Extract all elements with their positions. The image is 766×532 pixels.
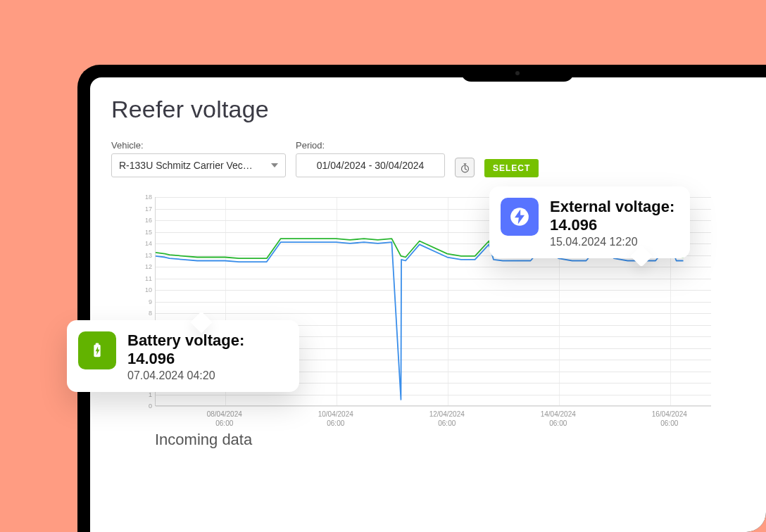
x-tick-label: 08/04/202406:00 (207, 410, 242, 428)
tooltip-title: Battery voltage: (127, 331, 244, 349)
period-value: 01/04/2024 - 30/04/2024 (317, 160, 425, 171)
x-axis-ticks: 08/04/202406:0010/04/202406:0012/04/2024… (155, 410, 711, 431)
select-button[interactable]: SELECT (484, 159, 539, 177)
stopwatch-icon (459, 162, 471, 174)
chevron-down-icon (271, 163, 278, 167)
period-field: Period: 01/04/2024 - 30/04/2024 (296, 140, 445, 177)
time-preset-button[interactable] (455, 158, 475, 177)
svg-rect-3 (96, 343, 99, 346)
tooltip-battery-voltage: Battery voltage: 14.096 07.04.2024 04:20 (67, 320, 299, 392)
tooltip-external-voltage: External voltage: 14.096 15.04.2024 12:2… (489, 186, 690, 258)
select-button-label: SELECT (493, 163, 530, 173)
vehicle-label: Vehicle: (111, 140, 286, 151)
x-tick-label: 10/04/202406:00 (318, 410, 353, 428)
bolt-icon (501, 198, 539, 236)
tooltip-timestamp: 15.04.2024 12:20 (550, 236, 674, 248)
period-input[interactable]: 01/04/2024 - 30/04/2024 (296, 153, 445, 177)
vehicle-field: Vehicle: R-133U Schmitz Carrier Vec… (111, 140, 286, 177)
battery-icon (78, 331, 116, 369)
page-title: Reefer voltage (111, 96, 766, 123)
x-tick-label: 16/04/202406:00 (652, 410, 687, 428)
tooltip-value: 14.096 (550, 216, 597, 234)
x-tick-label: 14/04/202406:00 (541, 410, 576, 428)
tooltip-timestamp: 07.04.2024 04:20 (127, 369, 244, 382)
vehicle-select[interactable]: R-133U Schmitz Carrier Vec… (111, 153, 286, 177)
period-label: Period: (296, 140, 445, 151)
laptop-frame: Reefer voltage Vehicle: R-133U Schmitz C… (77, 65, 766, 532)
vehicle-value: R-133U Schmitz Carrier Vec… (119, 160, 253, 171)
tooltip-title: External voltage: (550, 198, 674, 215)
filter-controls: Vehicle: R-133U Schmitz Carrier Vec… Per… (111, 140, 766, 177)
incoming-data-label: Incoming data (155, 431, 252, 449)
tooltip-value: 14.096 (127, 350, 175, 367)
app-screen: Reefer voltage Vehicle: R-133U Schmitz C… (90, 77, 766, 532)
laptop-notch (461, 65, 574, 82)
x-tick-label: 12/04/202406:00 (429, 410, 465, 428)
